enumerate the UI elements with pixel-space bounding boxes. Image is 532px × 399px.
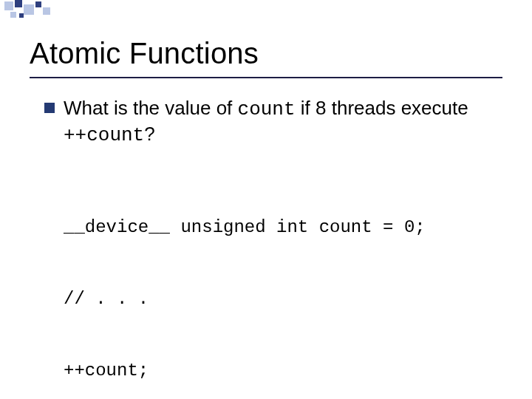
text-fragment: ? <box>144 123 154 145</box>
bullet-text: What is the value of count if 8 threads … <box>64 96 502 147</box>
code-block: __device__ unsigned int count = 0; // . … <box>64 168 502 399</box>
title-underline <box>30 77 502 78</box>
text-fragment: What is the value of <box>64 97 238 119</box>
code-line: // . . . <box>64 287 502 311</box>
slide-title: Atomic Functions <box>30 37 259 70</box>
inline-code: ++count <box>64 124 144 146</box>
code-line: ++count; <box>64 359 502 383</box>
bullet-item: What is the value of count if 8 threads … <box>44 96 502 147</box>
slide-body: What is the value of count if 8 threads … <box>44 96 502 399</box>
code-line: __device__ unsigned int count = 0; <box>64 216 502 239</box>
text-fragment: if 8 threads execute <box>296 97 468 119</box>
inline-code: count <box>238 98 296 120</box>
square-bullet-icon <box>44 103 55 113</box>
corner-decoration <box>0 0 532 22</box>
